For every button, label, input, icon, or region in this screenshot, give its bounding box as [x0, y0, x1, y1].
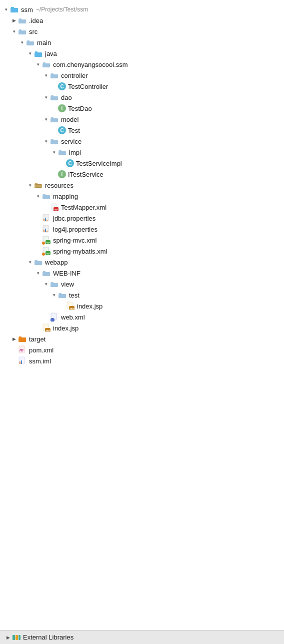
tree-item[interactable]: ▾model — [0, 114, 284, 125]
svg-rect-56 — [50, 283, 58, 287]
tree-item[interactable]: ssm.iml — [0, 355, 284, 366]
tree-item[interactable]: log4j.properties — [0, 224, 284, 235]
tree-item[interactable]: mpom.xml — [0, 344, 284, 355]
folder-icon — [50, 93, 59, 102]
tree-arrow[interactable]: ▾ — [50, 148, 58, 156]
tree-item[interactable]: ITestDao — [0, 103, 284, 114]
tree-item[interactable]: ▾test — [0, 290, 284, 301]
tree-item[interactable]: JSPindex.jsp — [0, 322, 284, 333]
tree-arrow[interactable]: ▾ — [42, 280, 50, 288]
tree-arrow[interactable]: ▾ — [10, 27, 18, 35]
tree-item-label: controller — [61, 72, 88, 79]
tree-item-label: impl — [69, 149, 81, 156]
svg-rect-13 — [50, 74, 58, 78]
interface-i-icon: I — [58, 104, 66, 112]
tree-item[interactable]: ▾service — [0, 136, 284, 147]
svg-rect-7 — [26, 41, 34, 45]
tree-item-label: webapp — [45, 259, 68, 266]
tree-item[interactable]: CTest — [0, 125, 284, 136]
file-icon — [50, 313, 59, 322]
tree-item-label: dao — [61, 94, 72, 101]
tree-arrow[interactable]: ▶ — [10, 335, 18, 343]
tree-arrow[interactable]: ▾ — [42, 137, 50, 145]
svg-text:<>: <> — [54, 208, 58, 211]
folder-icon — [50, 137, 59, 146]
tree-arrow[interactable]: ▾ — [34, 60, 42, 68]
tree-item[interactable]: ▶.idea — [0, 15, 284, 26]
tree-item[interactable]: CTestServiceImpl — [0, 158, 284, 169]
tree-arrow[interactable]: ▾ — [2, 5, 10, 13]
svg-point-50 — [42, 253, 45, 256]
tree-arrow[interactable]: ▾ — [34, 269, 42, 277]
tree-item[interactable]: ▶target — [0, 333, 284, 344]
tree-item[interactable]: web.xml — [0, 312, 284, 322]
tree-arrow[interactable]: ▾ — [42, 71, 50, 79]
external-libraries-bar[interactable]: ▶ External Libraries — [0, 630, 284, 644]
tree-item[interactable]: ▾java — [0, 48, 284, 59]
tree-item-label: jdbc.properties — [53, 215, 96, 222]
tree-item[interactable]: <>spring-mvc.xml — [0, 235, 284, 246]
tree-item[interactable]: <>spring-mybatis.xml — [0, 246, 284, 257]
folder-icon — [18, 16, 27, 25]
file-icon — [42, 214, 51, 223]
tree-item[interactable]: IITestService — [0, 169, 284, 180]
tree-arrow[interactable]: ▾ — [26, 181, 34, 189]
svg-text:JSP: JSP — [69, 308, 74, 311]
tree-item[interactable]: ▾webapp — [0, 257, 284, 268]
svg-point-46 — [42, 242, 45, 245]
tree-item[interactable]: ▾dao — [0, 92, 284, 103]
tree-item-label: ssm — [21, 6, 33, 13]
tree-item-label: ITestService — [68, 171, 104, 178]
tree-item[interactable]: ▾WEB-INF — [0, 268, 284, 279]
tree-arrow[interactable]: ▾ — [34, 192, 42, 200]
svg-rect-11 — [42, 63, 50, 67]
tree-arrow[interactable]: ▾ — [26, 49, 34, 57]
tree-arrow[interactable]: ▾ — [18, 38, 26, 46]
tree-item[interactable]: ▾mapping — [0, 191, 284, 202]
tree-item[interactable]: ▾impl — [0, 147, 284, 158]
svg-rect-36 — [44, 219, 44, 221]
tree-item[interactable]: ▾src — [0, 26, 284, 37]
external-libraries-icon — [12, 633, 21, 642]
tree-arrow[interactable]: ▾ — [50, 291, 58, 299]
tree-item[interactable]: ▾controller — [0, 70, 284, 81]
svg-rect-17 — [50, 118, 58, 122]
svg-text:m: m — [20, 347, 24, 352]
svg-rect-73 — [20, 361, 20, 364]
svg-rect-76 — [16, 635, 18, 640]
tree-item[interactable]: ▾com.chenyangsocool.ssm — [0, 59, 284, 70]
folder-icon — [50, 71, 59, 80]
tree-item-label: WEB-INF — [53, 270, 80, 277]
tree-arrow[interactable]: ▶ — [10, 16, 18, 24]
tree-arrow[interactable]: ▾ — [42, 115, 50, 123]
tree-arrow[interactable]: ▾ — [42, 93, 50, 101]
tree-item[interactable]: CTestController — [0, 81, 284, 92]
tree-item-label: TestDao — [68, 105, 92, 112]
tree-arrow[interactable]: ▾ — [26, 258, 34, 266]
tree-item[interactable]: ▾resources — [0, 180, 284, 191]
tree-item-label: spring-mvc.xml — [53, 237, 96, 244]
tree-item[interactable]: ▾view — [0, 279, 284, 290]
folder-icon — [34, 258, 43, 267]
tree-item-label: spring-mybatis.xml — [53, 248, 107, 255]
svg-rect-54 — [42, 272, 50, 276]
svg-rect-42 — [46, 231, 48, 232]
tree-item-label: src — [29, 28, 38, 35]
tree-item-label: TestController — [68, 83, 108, 90]
svg-rect-40 — [44, 230, 44, 232]
tree-item[interactable]: <>TestMapper.xml — [0, 202, 284, 213]
file-icon — [18, 356, 27, 365]
tree-item[interactable]: ▾main — [0, 37, 284, 48]
folder-icon — [50, 115, 59, 124]
folder-icon — [18, 334, 27, 343]
tree-item[interactable]: ▾ssm~/Projects/Test/ssm — [0, 4, 284, 15]
tree-item-label: com.chenyangsocool.ssm — [53, 61, 128, 68]
svg-rect-74 — [21, 360, 22, 364]
tree-item[interactable]: JSPindex.jsp — [0, 301, 284, 312]
svg-rect-5 — [18, 30, 26, 34]
interface-i-icon: I — [58, 170, 66, 178]
tree-item[interactable]: jdbc.properties — [0, 213, 284, 224]
svg-rect-21 — [58, 151, 66, 155]
tree-item-label: pom.xml — [29, 346, 54, 354]
svg-rect-15 — [50, 96, 58, 100]
